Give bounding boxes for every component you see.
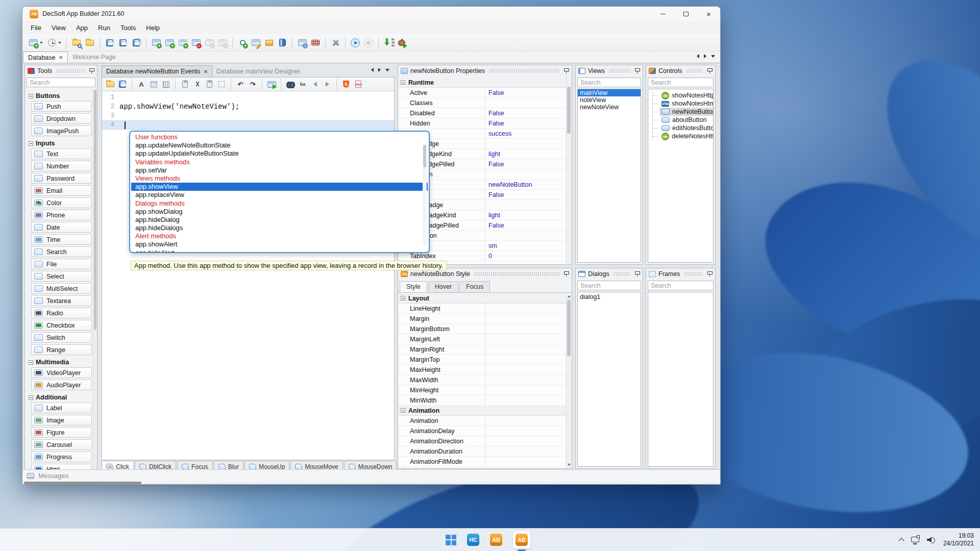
scrollbar-thumb[interactable] [567,87,571,134]
new-dialog-button[interactable]: + [163,37,176,49]
property-value[interactable]: light [485,149,566,159]
property-value[interactable] [485,139,566,148]
property-value[interactable]: False [485,108,566,118]
select-block-button[interactable] [215,79,228,90]
scroll-up-button[interactable] [567,293,571,299]
find-in-files-button[interactable] [70,37,83,49]
recent-projects-dropdown-caret[interactable] [58,42,61,44]
minimize-button[interactable] [651,7,674,21]
style-row-animationfillmode[interactable]: AnimationFillMode [399,457,566,467]
style-row-maxheight[interactable]: MaxHeight [399,365,566,375]
tool-imagepush[interactable]: ImagePush [31,126,92,136]
property-row-hidden[interactable]: HiddenFalse [399,118,566,129]
style-group-animation[interactable]: Animation [399,406,566,416]
tool-range[interactable]: Range [31,344,92,355]
property-row-disabled[interactable]: DisabledFalse [399,108,566,118]
properties-panel-header[interactable]: newNoteButton Properties [398,65,572,77]
export-code-button[interactable] [265,79,278,90]
title-bar[interactable]: AB DecSoft App Builder 2021.60 × [22,7,720,21]
views-search-input[interactable] [577,78,641,87]
property-value[interactable] [485,98,566,108]
style-row-lineheight[interactable]: LineHeight [399,304,566,314]
edit-resource-button[interactable] [249,37,262,49]
taskbar-app-icon-hc-app[interactable]: HC [467,534,479,546]
property-value[interactable]: False [485,190,566,199]
style-row-minwidth[interactable]: MinWidth [399,395,566,406]
tool-image[interactable]: Image [31,415,92,425]
style-group-layout[interactable]: Layout [399,293,566,304]
control-editnotesbutton[interactable]: editNotesButton [648,124,713,132]
collapse-icon[interactable] [29,395,33,400]
new-view-button[interactable]: + [150,37,163,49]
property-value[interactable]: success [485,129,566,138]
style-scrollbar[interactable] [566,293,571,467]
frames-panel-header[interactable]: Frames [646,268,715,280]
tool-push[interactable]: Push [31,101,92,112]
property-value[interactable] [485,169,566,179]
volume-icon[interactable] [927,536,936,543]
tool-file[interactable]: File [31,259,92,269]
tool-label[interactable]: Label [31,403,92,413]
view-mainview[interactable]: mainView [578,89,641,96]
property-value[interactable]: 0 [485,251,566,261]
tool-progress[interactable]: Progress [31,452,92,462]
code-line-1[interactable]: 1 [102,93,394,102]
horizontal-scrollbar[interactable] [22,482,720,484]
style-value[interactable] [485,436,566,446]
autocomplete-item-app-showdialog[interactable]: app.showDialog [131,208,428,216]
style-row-marginleft[interactable]: MarginLeft [399,334,566,344]
autocomplete-item-app-hidedialog[interactable]: app.hideDialog [131,216,428,224]
menu-file[interactable]: File [26,22,46,33]
scroll-down-button[interactable] [567,462,571,467]
tools-section-buttons[interactable]: Buttons [29,92,92,99]
paste-special-button[interactable] [179,79,191,90]
save-file-button[interactable] [116,79,129,90]
new-project-button[interactable]: + [27,37,40,49]
editor-tab-database-mainview-designer[interactable]: Database mainView Designer [212,65,304,77]
style-tab-style[interactable]: Style [400,281,427,292]
property-value[interactable]: False [485,159,566,169]
menu-tools[interactable]: Tools [115,22,141,33]
property-value[interactable]: False [485,220,566,230]
open-file-button[interactable] [104,79,116,90]
tools-section-inputs[interactable]: Inputs [29,140,92,147]
new-project-dropdown-caret[interactable] [40,42,43,44]
tabs-scroll-right-icon[interactable] [704,54,706,58]
new-resource-button[interactable]: + [236,37,249,49]
tool-switch[interactable]: Switch [31,332,92,343]
pin-icon[interactable] [634,68,640,74]
replace-button[interactable]: ba [297,79,309,90]
redo-button[interactable]: ↷ [247,79,259,90]
style-value[interactable] [485,365,566,374]
style-row-animation[interactable]: Animation [399,416,566,426]
collapse-icon[interactable] [401,408,405,413]
controls-search-input[interactable] [648,78,714,87]
tool-color[interactable]: Color [31,197,92,208]
maximize-button[interactable] [674,7,697,21]
style-value[interactable] [485,324,566,334]
start-button[interactable] [446,535,456,545]
style-row-minheight[interactable]: MinHeight [399,385,566,395]
environment-options-button[interactable] [329,37,342,49]
style-value[interactable] [485,375,566,385]
property-row-classes[interactable]: Classes [399,98,566,108]
style-value[interactable] [485,446,566,456]
style-row-animationdelay[interactable]: AnimationDelay [399,426,566,436]
collapse-icon[interactable] [401,296,405,300]
style-row-marginbottom[interactable]: MarginBottom [399,324,566,334]
code-snippets-button[interactable] [160,79,172,90]
style-value[interactable] [485,457,566,466]
tool-search[interactable]: Search [31,246,92,257]
taskbar-app-icon-app-builder[interactable]: AB [490,534,502,546]
close-button[interactable]: × [697,7,720,21]
find-button[interactable] [284,79,297,90]
property-value[interactable] [485,231,566,240]
autocomplete-item-app-hidedialogs[interactable]: app.hideDialogs [131,224,428,232]
tool-figure[interactable]: Figure [31,427,92,438]
help-book-button[interactable] [276,37,289,49]
autocomplete-item-app-updatenewnotebuttonstate[interactable]: app.updateNewNoteButtonState [131,141,428,149]
close-tab-icon[interactable]: × [59,54,63,61]
autocomplete-item-app-replaceview[interactable]: app.replaceView [131,191,428,199]
messages-bar[interactable]: Messages [22,469,720,482]
font-size-button[interactable]: A [135,79,148,90]
